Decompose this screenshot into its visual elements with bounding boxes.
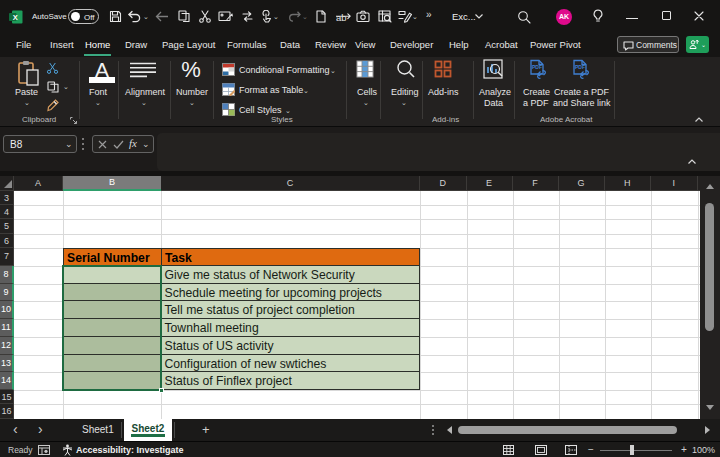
svg-text:PDF: PDF xyxy=(575,64,585,70)
svg-text:X: X xyxy=(13,13,18,22)
svg-text:ab: ab xyxy=(336,12,347,23)
svg-text:PDF: PDF xyxy=(532,64,542,70)
